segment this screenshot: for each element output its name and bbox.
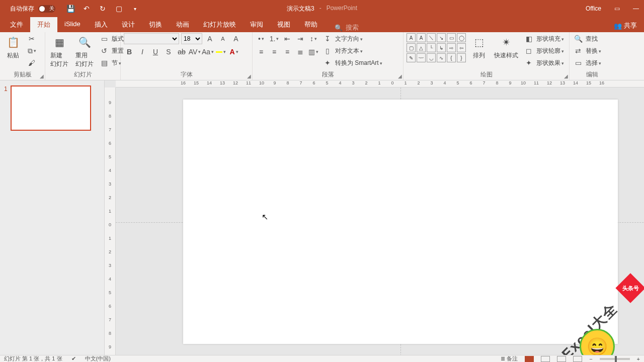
shapes-gallery[interactable]: A A ＼ ↘ ▭ ◯ ▢ △ └ ↳ ⇨ ⇦ ✎ 〰 ◡ ∿ { }: [407, 33, 466, 62]
clipboard-launcher-icon[interactable]: ◢: [40, 73, 44, 79]
zoom-slider[interactable]: [600, 358, 630, 360]
shape-roundrect-icon[interactable]: ▢: [407, 43, 416, 52]
convert-smartart-button[interactable]: ✦转换为 SmartArt: [322, 57, 382, 68]
shape-textbox-icon[interactable]: A: [407, 33, 416, 42]
zoom-in-button[interactable]: +: [637, 356, 640, 362]
shape-elbow-icon[interactable]: └: [427, 43, 436, 52]
decrease-indent-button[interactable]: ⇤: [282, 33, 293, 44]
zoom-out-button[interactable]: −: [589, 356, 592, 362]
shape-line-icon[interactable]: ＼: [427, 33, 436, 42]
line-spacing-button[interactable]: ↕: [308, 33, 319, 44]
grow-font-button[interactable]: A: [204, 33, 215, 44]
align-text-button[interactable]: ▯对齐文本: [322, 45, 382, 56]
normal-view-button[interactable]: [525, 356, 534, 362]
redo-icon[interactable]: ↻: [99, 5, 107, 13]
font-name-input[interactable]: [124, 33, 179, 44]
bold-button[interactable]: B: [124, 46, 135, 57]
shape-freeform-icon[interactable]: ✎: [407, 53, 416, 62]
text-direction-button[interactable]: ↧文字方向: [322, 33, 382, 44]
sorter-view-button[interactable]: [541, 356, 550, 362]
highlight-button[interactable]: [215, 46, 226, 57]
shape-triangle-icon[interactable]: △: [417, 43, 426, 52]
justify-button[interactable]: ≣: [295, 46, 306, 57]
increase-indent-button[interactable]: ⇥: [295, 33, 306, 44]
tab-插入[interactable]: 插入: [88, 17, 115, 32]
align-left-button[interactable]: ≡: [256, 46, 267, 57]
tab-设计[interactable]: 设计: [115, 17, 142, 32]
quick-styles-button[interactable]: ✴ 快速样式: [492, 33, 520, 61]
format-painter-button[interactable]: 🖌: [26, 57, 37, 68]
arrange-button[interactable]: ⬚ 排列: [469, 33, 489, 61]
bullets-button[interactable]: •: [256, 33, 267, 44]
copy-button[interactable]: ⧉: [26, 45, 37, 56]
font-launcher-icon[interactable]: ◢: [247, 73, 251, 79]
drawing-launcher-icon[interactable]: ◢: [564, 73, 568, 79]
shape-arc-icon[interactable]: ◡: [427, 53, 436, 62]
columns-button[interactable]: ▥: [308, 46, 319, 57]
slideshow-icon[interactable]: ▢: [115, 5, 123, 13]
reading-view-button[interactable]: [557, 356, 566, 362]
replace-button[interactable]: ⇄替换: [573, 45, 601, 56]
tab-动画[interactable]: 动画: [169, 17, 196, 32]
shape-curve-icon[interactable]: ∿: [437, 53, 446, 62]
shape-left-arrow-icon[interactable]: ⇦: [457, 43, 466, 52]
tab-审阅[interactable]: 审阅: [243, 17, 270, 32]
slideshow-view-button[interactable]: [573, 356, 582, 362]
italic-button[interactable]: I: [137, 46, 148, 57]
reuse-slide-button[interactable]: 🔍 重用 幻灯片: [73, 33, 96, 69]
align-center-button[interactable]: ≡: [269, 46, 280, 57]
undo-icon[interactable]: ↶: [83, 5, 91, 13]
tab-iSlide[interactable]: iSlide: [57, 17, 88, 32]
new-slide-button[interactable]: ▦ 新建 幻灯片: [48, 33, 70, 69]
h-ruler-tick: 11: [534, 80, 539, 85]
slide-canvas[interactable]: ↖: [116, 87, 644, 355]
minimize-icon[interactable]: —: [633, 5, 639, 12]
shrink-font-button[interactable]: A: [217, 33, 228, 44]
search-box[interactable]: 🔍 搜索: [335, 23, 359, 32]
share-button[interactable]: 👥 共享: [609, 19, 642, 32]
change-case-button[interactable]: Aa: [202, 46, 213, 57]
cut-button[interactable]: ✂: [26, 33, 37, 44]
strikethrough-button[interactable]: S: [163, 46, 174, 57]
shape-right-arrow-icon[interactable]: ⇨: [447, 43, 456, 52]
shape-rect-icon[interactable]: ▭: [447, 33, 456, 42]
shape-scribble-icon[interactable]: 〰: [417, 53, 426, 62]
tab-帮助[interactable]: 帮助: [297, 17, 325, 32]
align-right-button[interactable]: ≡: [282, 46, 293, 57]
shape-elbow-arrow-icon[interactable]: ↳: [437, 43, 446, 52]
shape-right-brace-icon[interactable]: }: [457, 53, 466, 62]
tab-切换[interactable]: 切换: [142, 17, 169, 32]
select-button[interactable]: ▭选择: [573, 57, 601, 68]
spellcheck-icon[interactable]: ✔: [71, 355, 76, 362]
font-color-button[interactable]: A: [228, 46, 239, 57]
slide-thumbnails-pane[interactable]: 1: [0, 80, 105, 355]
clear-format-button[interactable]: A: [230, 33, 242, 44]
underline-button[interactable]: U: [150, 46, 161, 57]
tab-开始[interactable]: 开始: [30, 17, 57, 32]
char-spacing-button[interactable]: AV: [189, 46, 200, 57]
shape-effects-button[interactable]: ✦形状效果: [523, 57, 564, 68]
tab-视图[interactable]: 视图: [270, 17, 297, 32]
tab-文件[interactable]: 文件: [3, 17, 30, 32]
slide[interactable]: [183, 100, 618, 344]
numbering-button[interactable]: 1.: [269, 33, 280, 44]
shape-left-brace-icon[interactable]: {: [447, 53, 456, 62]
shape-oval-icon[interactable]: ◯: [457, 33, 466, 42]
double-strike-button[interactable]: ab: [176, 46, 187, 57]
notes-button[interactable]: ≣ 备注: [501, 355, 518, 362]
paragraph-launcher-icon[interactable]: ◢: [398, 73, 402, 79]
slide-thumbnail-1[interactable]: 1: [4, 85, 100, 131]
shape-fill-button[interactable]: ◧形状填充: [523, 33, 564, 44]
paste-button[interactable]: 📋 粘贴: [3, 33, 23, 61]
shape-arrowline-icon[interactable]: ↘: [437, 33, 446, 42]
find-button[interactable]: 🔍查找: [573, 33, 601, 44]
qat-more-icon[interactable]: ▾: [131, 5, 139, 13]
tab-幻灯片放映[interactable]: 幻灯片放映: [196, 17, 243, 32]
autosave-toggle[interactable]: 自动保存 关: [10, 5, 55, 13]
save-icon[interactable]: 💾: [66, 5, 74, 13]
language-label[interactable]: 中文(中国): [85, 355, 111, 362]
ribbon-display-icon[interactable]: ▭: [614, 5, 620, 12]
font-size-input[interactable]: 18: [181, 33, 202, 44]
shape-vertical-textbox-icon[interactable]: A: [417, 33, 426, 42]
shape-outline-button[interactable]: ◻形状轮廓: [523, 45, 564, 56]
